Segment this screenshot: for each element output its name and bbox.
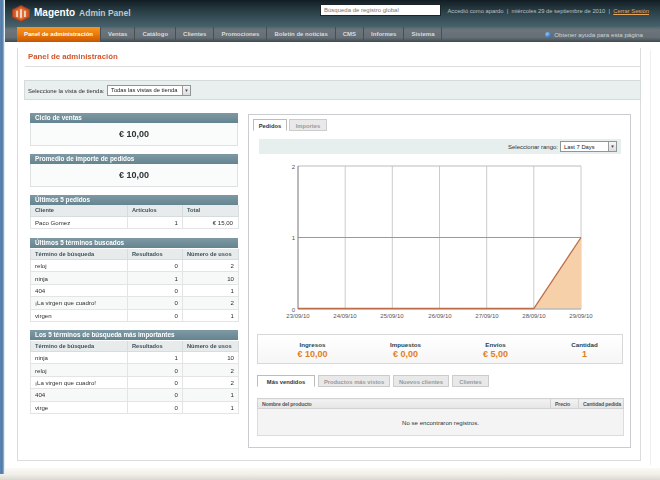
svg-text:2: 2 xyxy=(292,164,296,170)
svg-text:23/09/10: 23/09/10 xyxy=(286,313,310,319)
svg-text:24/09/10: 24/09/10 xyxy=(333,313,357,319)
svg-text:27/09/10: 27/09/10 xyxy=(475,313,499,319)
svg-text:25/09/10: 25/09/10 xyxy=(380,313,404,319)
svg-text:28/09/10: 28/09/10 xyxy=(522,313,546,319)
svg-text:26/09/10: 26/09/10 xyxy=(428,313,452,319)
svg-text:29/09/10: 29/09/10 xyxy=(569,313,593,319)
svg-text:1: 1 xyxy=(292,235,296,241)
